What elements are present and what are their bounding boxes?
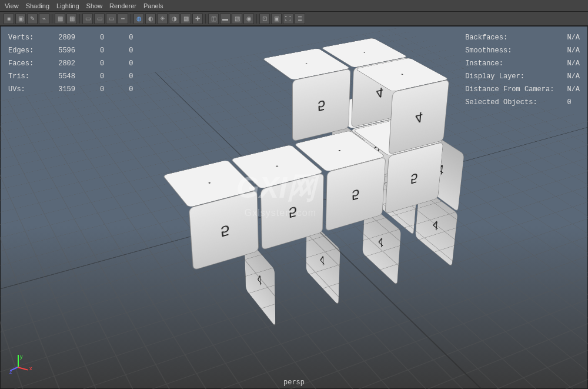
stat-row: Verts:280900 xyxy=(8,32,156,44)
brush-icon[interactable]: ✎ xyxy=(27,14,38,24)
isolate-icon[interactable]: ▣ xyxy=(271,14,282,24)
select-icon[interactable]: ▣ xyxy=(15,14,26,24)
panel-menubar: View Shading Lighting Show Renderer Pane… xyxy=(0,0,588,12)
gate-icon[interactable]: ▭ xyxy=(82,14,93,24)
layer-icon[interactable]: ≣ xyxy=(295,14,305,24)
axis-gizmo[interactable]: y x z xyxy=(11,355,34,378)
stat-row: Faces:280200 xyxy=(8,58,156,69)
lit-icon[interactable]: ◉ xyxy=(243,14,254,24)
axis-y-label: y xyxy=(20,354,23,360)
menu-shading[interactable]: Shading xyxy=(26,2,49,9)
menu-panels[interactable]: Panels xyxy=(143,2,163,9)
checker-icon[interactable]: ▩ xyxy=(181,14,191,24)
camera-name-label: persp xyxy=(283,378,305,387)
hud-display-stats: Backfaces:N/A Smoothness:N/A Instance:N/… xyxy=(464,31,581,109)
hud-poly-stats: Verts:280900 Edges:559600 Faces:280200 T… xyxy=(7,31,158,97)
menu-lighting[interactable]: Lighting xyxy=(56,2,79,9)
magnet-icon[interactable]: ⌁ xyxy=(39,14,49,24)
camera-icon[interactable]: ■ xyxy=(4,14,14,24)
stat-row: Smoothness:N/A xyxy=(465,45,580,56)
menu-view[interactable]: View xyxy=(5,2,19,9)
safe-icon[interactable]: ▭ xyxy=(106,14,116,24)
separator xyxy=(256,14,257,24)
shaded-icon[interactable]: ▬ xyxy=(220,14,230,24)
stat-row: Tris:554800 xyxy=(8,71,156,82)
stat-row: Backfaces:N/A xyxy=(465,32,580,44)
cube-primitive-icon[interactable]: ◍ xyxy=(133,14,144,24)
stat-row: Display Layer:N/A xyxy=(465,71,580,82)
stat-row: Selected Objects:0 xyxy=(465,97,580,108)
menu-show[interactable]: Show xyxy=(86,2,103,9)
axis-x-label: x xyxy=(29,365,32,371)
separator xyxy=(79,14,80,24)
ruler-icon[interactable]: ╍ xyxy=(118,14,128,24)
plus-icon[interactable]: ✚ xyxy=(192,14,203,24)
stat-row: UVs:315900 xyxy=(8,84,156,95)
textured-icon[interactable]: ▨ xyxy=(232,14,242,24)
sphere-icon[interactable]: ◐ xyxy=(145,14,156,24)
expand-icon[interactable]: ⛶ xyxy=(283,14,293,24)
grid-icon[interactable]: ▦ xyxy=(55,14,65,24)
xray-icon[interactable]: ⊡ xyxy=(259,14,270,24)
stat-row: Distance From Camera:N/A xyxy=(465,84,580,95)
axis-z-label: z xyxy=(9,369,12,375)
separator xyxy=(131,14,131,24)
mask-icon[interactable]: ▭ xyxy=(94,14,105,24)
viewport[interactable]: · 5 4 · 5 4 · 5 4 · 5 4 · 5 xyxy=(0,26,588,389)
grid2-icon[interactable]: ▦ xyxy=(66,14,77,24)
menu-renderer[interactable]: Renderer xyxy=(109,2,136,9)
stat-row: Edges:559600 xyxy=(8,45,156,56)
separator xyxy=(205,14,206,24)
light-icon[interactable]: ☀ xyxy=(157,14,168,24)
shadow-icon[interactable]: ◑ xyxy=(169,14,179,24)
stat-row: Instance:N/A xyxy=(465,58,580,69)
wireframe-icon[interactable]: ◫ xyxy=(208,14,219,24)
axis-x-icon xyxy=(18,367,28,371)
panel-toolbar: ■ ▣ ✎ ⌁ ▦ ▦ ▭ ▭ ▭ ╍ ◍ ◐ ☀ ◑ ▩ ✚ ◫ ▬ ▨ ◉ … xyxy=(0,12,588,26)
axis-y-icon xyxy=(18,355,19,367)
separator xyxy=(52,14,52,24)
